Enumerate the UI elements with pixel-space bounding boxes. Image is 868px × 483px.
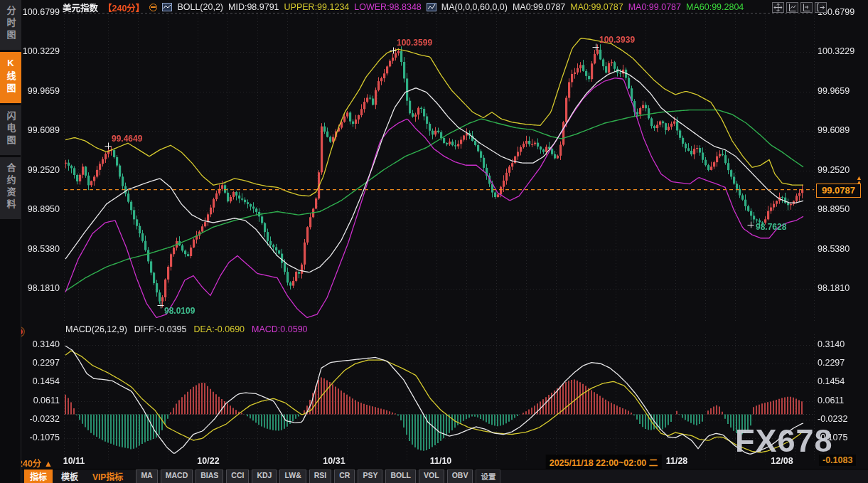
macd-axis-label: -0.0232 [818, 414, 847, 424]
chart-info-bar: 美元指数 【240分】 BOLL(20,2) MID:98.9791 UPPER… [63, 1, 744, 13]
x-axis-date-label: 11/28 [666, 456, 688, 466]
price-axis-label: 100.3229 [17, 46, 60, 56]
price-axis-label: 100.3229 [818, 46, 854, 56]
zoom-out-chart-icon[interactable] [786, 2, 798, 13]
price-annotation: 98.7628 [756, 222, 786, 232]
indicator-button[interactable]: OBV [447, 469, 473, 483]
app-window: 分时图K线图闪电图合约资料 美元指数 【240分】 BOLL(20,2) MID… [0, 0, 868, 483]
macd-dea-value: DEA:-0.0690 [193, 324, 245, 334]
sidebar-tab[interactable]: 分时图 [0, 0, 21, 50]
macd-params-label: MACD(26,12,9) [65, 324, 127, 334]
indicator-buttons: MAMACDBIASCCIKDJLW&RSICRPSYBOLLVOLOBV设置 [136, 469, 500, 483]
ma0-value-2: MA0:99.0787 [570, 2, 623, 12]
x-axis-date-label: 10/31 [323, 456, 345, 466]
boll-lower-value: LOWER:98.8348 [354, 2, 422, 12]
price-annotation: 100.3939 [599, 35, 635, 45]
price-axis-label: 99.2520 [818, 165, 850, 175]
ma0-value-3: MA0:99.0787 [628, 2, 681, 12]
macd-axis-label: -0.1075 [17, 432, 60, 442]
price-axis-label: 99.6089 [17, 125, 60, 135]
price-axis-label: 100.6799 [17, 7, 60, 17]
price-up-arrows-icon: ▲▲ [856, 176, 862, 184]
macd-axis-label: 0.1454 [818, 376, 845, 386]
boll-mid-value: MID:98.9791 [228, 2, 279, 12]
boll-upper-value: UPPER:99.1234 [284, 2, 350, 12]
ma-label: MA(0,0,0,60,0,0) [441, 2, 508, 12]
x-axis-date-label: 12/08 [771, 456, 793, 466]
price-axis-label: 98.5380 [818, 244, 850, 254]
macd-axis-label: 0.3140 [17, 339, 60, 349]
ma0-value-1: MA0:99.0787 [513, 2, 565, 12]
x-axis-row: 240分 ▲ 10/1110/2210/3111/1011/2812/08 20… [0, 454, 868, 469]
indicator-button[interactable]: BIAS [195, 469, 223, 483]
ma-chart-icon [427, 3, 436, 11]
period-selector[interactable]: 240分 ▲ [18, 456, 53, 469]
x-axis-date-label: 10/22 [197, 456, 219, 466]
pan-crosshair-icon[interactable] [772, 2, 784, 13]
price-axis-label: 99.6089 [818, 125, 850, 135]
price-axis-label: 99.9659 [17, 86, 60, 96]
sidebar: 分时图K线图闪电图合约资料 [0, 0, 21, 483]
sidebar-tab[interactable]: 闪电图 [0, 105, 21, 155]
price-axis-label: 99.2520 [17, 165, 60, 175]
toolbar-tab[interactable]: 指标 [24, 469, 53, 483]
price-annotation: 100.3599 [397, 38, 432, 48]
indicator-button[interactable]: LW& [279, 469, 306, 483]
price-axis-label: 99.9659 [818, 86, 850, 96]
macd-axis-label: 0.1454 [17, 376, 60, 386]
toolbar-tab[interactable]: 模板 [55, 469, 84, 483]
indicator-button[interactable]: 设置 [476, 469, 500, 483]
indicator-button[interactable]: KDJ [252, 469, 277, 483]
current-price-tag: 99.0787 [816, 184, 861, 198]
boll-label: BOLL(20,2) [177, 2, 223, 12]
indicator-button[interactable]: MA [136, 469, 157, 483]
sidebar-tab[interactable]: 合约资料 [0, 157, 21, 219]
macd-axis-label: 0.0611 [818, 396, 844, 405]
sidebar-tab[interactable]: K线图 [0, 52, 21, 103]
indicator-button[interactable]: MACD [161, 469, 193, 483]
macd-value: MACD:0.0590 [252, 324, 308, 334]
bottom-toolbar: 指标模板VIP指标 MAMACDBIASCCIKDJLW&RSICRPSYBOL… [0, 469, 868, 483]
toolbar-tab[interactable]: VIP指标 [87, 469, 129, 483]
price-axis-label: 98.1810 [818, 283, 850, 293]
indicator-button[interactable]: VOL [419, 469, 444, 483]
price-axis-label: 98.1810 [17, 283, 60, 293]
indicator-button[interactable]: BOLL [385, 469, 416, 483]
price-axis-label: 98.8950 [818, 204, 850, 214]
shift-right-icon[interactable] [815, 2, 827, 13]
price-annotation: 99.4649 [112, 134, 142, 144]
macd-axis-label: 0.3140 [818, 339, 845, 349]
macd-axis-label: 0.0611 [17, 396, 60, 405]
ma60-value: MA60:99.2804 [686, 2, 744, 12]
zoom-in-chart-icon[interactable] [800, 2, 813, 13]
price-annotation: 98.0109 [164, 306, 195, 316]
macd-diff-value: DIFF:-0.0395 [134, 324, 187, 334]
macd-axis-label: 0.2297 [17, 358, 60, 368]
macd-axis-label: -0.1075 [818, 432, 847, 442]
indicator-button[interactable]: PSY [358, 469, 382, 483]
interval-label[interactable]: 【240分】 [103, 1, 144, 14]
macd-current-value-tag: -0.1083 [819, 455, 856, 466]
chart-controls [772, 2, 827, 13]
price-axis-label: 98.5380 [17, 244, 60, 254]
macd-axis-label: 0.2297 [818, 358, 845, 368]
boll-chart-icon [162, 3, 172, 11]
instrument-name: 美元指数 [63, 1, 98, 14]
indicator-button[interactable]: CR [334, 469, 355, 483]
chart-canvas[interactable] [0, 0, 868, 483]
hovered-bar-time-label: 2025/11/18 22:00~02:00 二 [546, 455, 662, 469]
collapse-circle-minus-icon[interactable] [149, 4, 157, 11]
x-axis-date-label: 11/10 [430, 456, 452, 466]
x-axis-date-label: 10/11 [63, 456, 85, 466]
indicator-button[interactable]: RSI [309, 469, 332, 483]
macd-header: MACD(26,12,9) DIFF:-0.0395 DEA:-0.0690 M… [65, 324, 308, 334]
macd-axis-label: -0.0232 [17, 414, 60, 424]
price-axis-label: 98.8950 [17, 204, 60, 214]
toolbar-left: 指标模板VIP指标 [24, 469, 129, 483]
indicator-button[interactable]: CCI [226, 469, 249, 483]
